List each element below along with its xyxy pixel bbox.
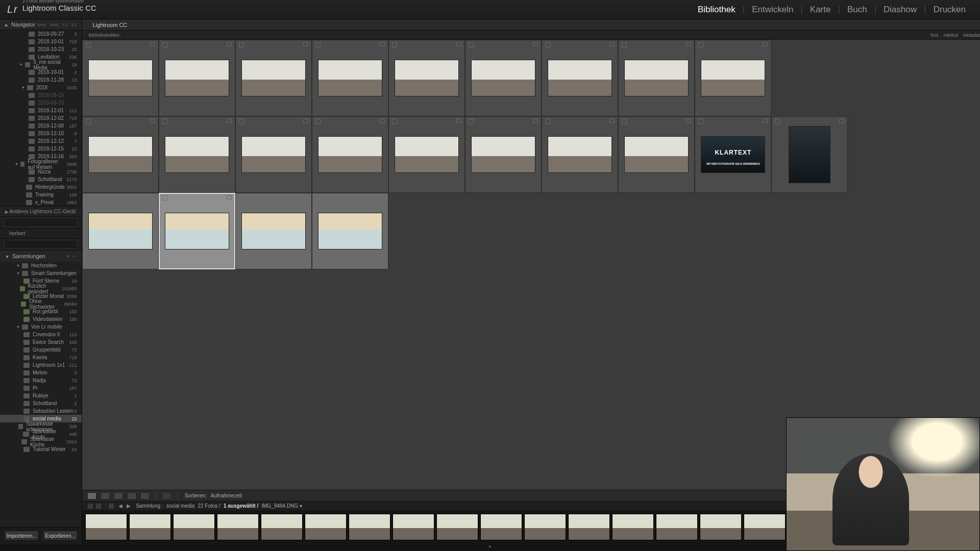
nav-mode-1to1[interactable]: 1:1	[62, 22, 68, 27]
collection-row[interactable]: Lightroom 1x1111	[0, 361, 82, 369]
collection-row[interactable]: Tutorial Winter22	[0, 445, 82, 453]
grid-cell[interactable]	[159, 193, 235, 269]
filter-tab-attribute[interactable]: Attribut	[943, 33, 958, 38]
collection-row[interactable]: Nadja72	[0, 377, 82, 384]
grid-cell[interactable]	[465, 40, 542, 116]
disclosure-icon[interactable]	[5, 253, 9, 259]
info-collection-name[interactable]: social media	[166, 503, 195, 509]
collection-row[interactable]: Schottland2	[0, 399, 82, 407]
filmstrip-thumb[interactable]	[217, 514, 259, 540]
sort-value[interactable]: Aufnahmezeit	[211, 493, 242, 498]
filmstrip-thumb[interactable]	[480, 514, 522, 540]
main-window-icon[interactable]	[87, 503, 93, 509]
collection-row[interactable]: Ohne Stichwörter86694	[0, 300, 82, 308]
filmstrip-thumb[interactable]	[700, 514, 742, 540]
folder-row[interactable]: 2018-10-01718	[0, 38, 82, 45]
collections-add-remove[interactable]: ＋ －	[65, 253, 77, 260]
folder-row[interactable]: 2018-09-15	[0, 91, 82, 99]
collections-header[interactable]: Sammlungen ＋ －	[0, 250, 82, 262]
nav-back-icon[interactable]: ◀	[118, 503, 122, 509]
filmstrip-thumb[interactable]	[656, 514, 698, 540]
view-grid-button[interactable]	[87, 492, 96, 499]
grid-cell[interactable]	[771, 116, 848, 193]
module-print[interactable]: Drucken	[926, 5, 973, 15]
filter-tab-metadata[interactable]: Metadaten	[963, 33, 980, 38]
filmstrip-thumb[interactable]	[744, 514, 786, 540]
view-people-button[interactable]	[140, 492, 150, 499]
filmstrip-thumb[interactable]	[305, 514, 347, 540]
folder-tree[interactable]: 2018-09-2732018-10-017182018-10-2315Levi…	[0, 30, 82, 206]
collection-row[interactable]: Kseria718	[0, 354, 82, 361]
grid-cell[interactable]	[82, 193, 159, 269]
filmstrip-thumb[interactable]	[349, 514, 390, 540]
filter-tab-text[interactable]: Text	[930, 33, 939, 38]
folder-row[interactable]: 2018-10-2315	[0, 45, 82, 53]
grid-cell[interactable]	[312, 193, 388, 269]
folder-row[interactable]: 2018-09-273	[0, 30, 82, 38]
folder-row[interactable]: ▼Fotografieren auf Reisen3945	[0, 160, 82, 168]
grid-cell[interactable]	[235, 116, 312, 193]
filmstrip-thumb[interactable]	[393, 514, 434, 540]
view-survey-button[interactable]	[127, 492, 136, 499]
nav-mode-fill[interactable]: Ausf.	[50, 22, 59, 27]
grid-cell[interactable]	[159, 116, 235, 193]
module-book[interactable]: Buch	[840, 5, 874, 15]
folder-row[interactable]: 2018-12-08187	[0, 122, 82, 130]
grid-cell[interactable]: KLARTEXTMIT DER FOTOGRAFIE GELD VERDIENE…	[695, 116, 771, 193]
herbert-row[interactable]: herbert	[0, 228, 82, 239]
grid-cell[interactable]	[618, 116, 695, 193]
view-loupe-button[interactable]	[101, 492, 110, 499]
folder-row[interactable]: ▶x_Privat1862	[0, 198, 82, 206]
collection-row[interactable]: Pr187	[0, 384, 82, 392]
folder-row[interactable]: 2018-11-2813	[0, 76, 82, 84]
grid-cell[interactable]	[159, 40, 235, 116]
grid-cell[interactable]	[82, 116, 159, 193]
grid-cell[interactable]	[388, 40, 465, 116]
collection-row[interactable]: Rot gefärbt132	[0, 308, 82, 315]
grid-cell[interactable]	[465, 116, 542, 193]
folder-row[interactable]: ▼5_me social Media18	[0, 61, 82, 68]
grid-cell[interactable]	[618, 40, 695, 116]
collection-row[interactable]: Kürzlich geändert101955	[0, 285, 82, 292]
disclosure-icon[interactable]	[5, 209, 8, 214]
grid-cell[interactable]	[695, 40, 771, 116]
folder-row[interactable]: 2018-12-02718	[0, 114, 82, 122]
navigator-header[interactable]: Navigator Einp. Ausf. 1:1 3:1	[0, 19, 82, 30]
filmstrip-thumb[interactable]	[261, 514, 303, 540]
grid-cell[interactable]	[388, 116, 465, 193]
import-button[interactable]: Importieren...	[4, 531, 39, 541]
collection-row[interactable]: Covendos II112	[0, 331, 82, 338]
nav-mode-fit[interactable]: Einp.	[38, 22, 47, 27]
view-compare-button[interactable]	[114, 492, 123, 499]
search-input[interactable]	[4, 218, 78, 227]
collections-tree[interactable]: ▼Hochzeiten▼Smart-SammlungenFünf Sterne1…	[0, 262, 82, 527]
folder-row[interactable]: ▶Hintergründe3801	[0, 183, 82, 191]
grid-cell[interactable]	[542, 40, 618, 116]
folder-row[interactable]: 2018-12-108	[0, 130, 82, 137]
nav-fwd-icon[interactable]: ▶	[127, 503, 131, 509]
folder-row[interactable]: 2018-09-23	[0, 99, 82, 107]
painter-icon[interactable]	[162, 492, 172, 499]
collection-row[interactable]: Videodateien180	[0, 315, 82, 323]
module-map[interactable]: Karte	[803, 5, 838, 15]
nav-mode-3to1[interactable]: 3:1	[71, 22, 77, 27]
grid-cell[interactable]	[312, 116, 388, 193]
breadcrumb[interactable]: Lightroom CC	[92, 22, 127, 28]
disclosure-icon[interactable]	[5, 21, 8, 28]
folder-row[interactable]: ▼20181636	[0, 84, 82, 91]
info-filename[interactable]: IMG_9484.DNG ▾	[261, 503, 302, 509]
collection-row[interactable]: Sebastian Lastein0	[0, 407, 82, 415]
filmstrip-thumb[interactable]	[85, 514, 127, 540]
collection-row[interactable]: ▼Von Lr mobile	[0, 323, 82, 331]
filmstrip-thumb[interactable]	[568, 514, 610, 540]
grid-cell[interactable]	[312, 40, 388, 116]
collection-row[interactable]: Melvin0	[0, 369, 82, 377]
folder-row[interactable]: 2018-12-1522	[0, 145, 82, 153]
grid-cell[interactable]	[542, 116, 618, 193]
filmstrip-thumb[interactable]	[524, 514, 566, 540]
export-button[interactable]: Exportieren...	[43, 531, 78, 541]
module-develop[interactable]: Entwickeln	[745, 5, 800, 15]
filmstrip-thumb[interactable]	[173, 514, 215, 540]
grid-cell[interactable]	[82, 40, 159, 116]
grid-mode-icon[interactable]	[108, 503, 114, 509]
